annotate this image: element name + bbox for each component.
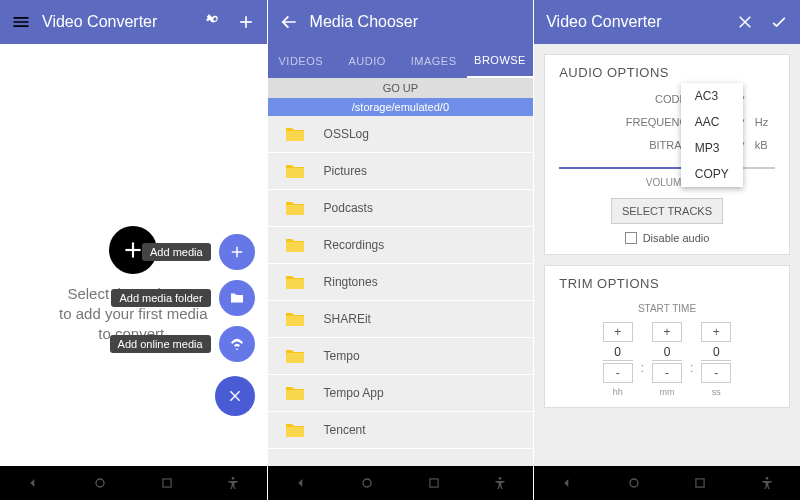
folder-row[interactable]: Ringtones bbox=[268, 264, 534, 301]
folder-row[interactable]: Podcasts bbox=[268, 190, 534, 227]
add-folder-label: Add media folder bbox=[111, 289, 210, 307]
tab-browse[interactable]: BROWSE bbox=[467, 44, 533, 79]
folder-row[interactable]: Tencent bbox=[268, 412, 534, 449]
folder-icon bbox=[280, 344, 310, 368]
codec-option[interactable]: MP3 bbox=[681, 135, 743, 161]
codec-option[interactable]: AC3 bbox=[681, 83, 743, 109]
svg-rect-4 bbox=[429, 479, 437, 487]
bitrate-unit: kB bbox=[755, 139, 775, 151]
folder-icon bbox=[280, 159, 310, 183]
nav-recents-icon[interactable] bbox=[690, 473, 710, 493]
folder-icon bbox=[280, 122, 310, 146]
close-icon[interactable] bbox=[734, 11, 756, 33]
svg-point-0 bbox=[96, 479, 104, 487]
add-media-fab[interactable] bbox=[219, 234, 255, 270]
nav-recents-icon[interactable] bbox=[157, 473, 177, 493]
svg-point-6 bbox=[630, 479, 638, 487]
folder-icon bbox=[280, 307, 310, 331]
nav-accessibility-icon[interactable] bbox=[223, 473, 243, 493]
ss-value[interactable]: 0 bbox=[701, 344, 731, 361]
add-online-fab[interactable] bbox=[219, 326, 255, 362]
nav-back-icon[interactable] bbox=[23, 473, 43, 493]
go-up-button[interactable]: GO UP bbox=[268, 78, 534, 98]
confirm-icon[interactable] bbox=[768, 11, 790, 33]
add-folder-fab[interactable] bbox=[219, 280, 255, 316]
folder-icon bbox=[280, 381, 310, 405]
hh-value[interactable]: 0 bbox=[603, 344, 633, 361]
svg-point-5 bbox=[499, 477, 502, 480]
start-time-label: START TIME bbox=[559, 303, 775, 314]
nav-home-icon[interactable] bbox=[357, 473, 377, 493]
codec-dropdown[interactable]: AC3AACMP3COPY bbox=[681, 83, 743, 187]
app-title: Video Converter bbox=[42, 13, 157, 31]
folder-row[interactable]: OSSLog bbox=[268, 116, 534, 153]
folder-label: Tempo bbox=[324, 349, 360, 363]
audio-options-heading: AUDIO OPTIONS bbox=[559, 65, 775, 80]
svg-point-3 bbox=[363, 479, 371, 487]
trim-options-heading: TRIM OPTIONS bbox=[559, 276, 775, 291]
folder-row[interactable]: Recordings bbox=[268, 227, 534, 264]
folder-label: Recordings bbox=[324, 238, 385, 252]
folder-row[interactable]: SHAREit bbox=[268, 301, 534, 338]
codec-option[interactable]: AAC bbox=[681, 109, 743, 135]
android-nav-bar bbox=[268, 466, 534, 500]
folder-icon bbox=[280, 418, 310, 442]
folder-icon bbox=[280, 270, 310, 294]
add-online-label: Add online media bbox=[110, 335, 211, 353]
folder-label: OSSLog bbox=[324, 127, 369, 141]
key-icon[interactable] bbox=[201, 11, 223, 33]
android-nav-bar bbox=[534, 466, 800, 500]
svg-point-2 bbox=[232, 477, 235, 480]
hh-plus-button[interactable]: + bbox=[603, 322, 633, 342]
folder-label: Podcasts bbox=[324, 201, 373, 215]
back-icon[interactable] bbox=[278, 11, 300, 33]
media-chooser-title: Media Chooser bbox=[310, 13, 419, 31]
svg-rect-7 bbox=[696, 479, 704, 487]
nav-home-icon[interactable] bbox=[90, 473, 110, 493]
folder-label: Tempo App bbox=[324, 386, 384, 400]
disable-audio-checkbox[interactable] bbox=[625, 232, 637, 244]
hh-unit: hh bbox=[613, 387, 623, 397]
options-title: Video Converter bbox=[546, 13, 661, 31]
audio-options-card: AUDIO OPTIONS CODEC AC3 ▾ AC3AACMP3COPY … bbox=[544, 54, 790, 255]
mm-value[interactable]: 0 bbox=[652, 344, 682, 361]
plus-icon[interactable] bbox=[235, 11, 257, 33]
add-media-label: Add media bbox=[142, 243, 211, 261]
nav-home-icon[interactable] bbox=[624, 473, 644, 493]
ss-plus-button[interactable]: + bbox=[701, 322, 731, 342]
nav-back-icon[interactable] bbox=[291, 473, 311, 493]
folder-label: SHAREit bbox=[324, 312, 371, 326]
ss-unit: ss bbox=[712, 387, 721, 397]
tab-images[interactable]: IMAGES bbox=[400, 45, 466, 77]
close-fab[interactable] bbox=[215, 376, 255, 416]
android-nav-bar bbox=[0, 466, 267, 500]
folder-row[interactable]: Tempo App bbox=[268, 375, 534, 412]
mm-minus-button[interactable]: - bbox=[652, 363, 682, 383]
ss-minus-button[interactable]: - bbox=[701, 363, 731, 383]
mm-unit: mm bbox=[659, 387, 674, 397]
folder-icon bbox=[280, 233, 310, 257]
current-path[interactable]: /storage/emulated/0 bbox=[268, 98, 534, 116]
disable-audio-label: Disable audio bbox=[643, 232, 710, 244]
folder-icon bbox=[280, 196, 310, 220]
folder-row[interactable]: Tempo bbox=[268, 338, 534, 375]
folder-label: Pictures bbox=[324, 164, 367, 178]
nav-recents-icon[interactable] bbox=[424, 473, 444, 493]
tab-videos[interactable]: VIDEOS bbox=[268, 45, 334, 77]
folder-label: Ringtones bbox=[324, 275, 378, 289]
folder-row[interactable]: Pictures bbox=[268, 153, 534, 190]
hh-minus-button[interactable]: - bbox=[603, 363, 633, 383]
nav-accessibility-icon[interactable] bbox=[757, 473, 777, 493]
trim-options-card: TRIM OPTIONS START TIME + 0 - hh : + 0 -… bbox=[544, 265, 790, 408]
folder-label: Tencent bbox=[324, 423, 366, 437]
nav-back-icon[interactable] bbox=[557, 473, 577, 493]
select-tracks-button[interactable]: SELECT TRACKS bbox=[611, 198, 723, 224]
mm-plus-button[interactable]: + bbox=[652, 322, 682, 342]
codec-option[interactable]: COPY bbox=[681, 161, 743, 187]
frequency-unit: Hz bbox=[755, 116, 775, 128]
menu-icon[interactable] bbox=[10, 11, 32, 33]
svg-rect-1 bbox=[163, 479, 171, 487]
svg-point-8 bbox=[765, 477, 768, 480]
nav-accessibility-icon[interactable] bbox=[490, 473, 510, 493]
tab-audio[interactable]: AUDIO bbox=[334, 45, 400, 77]
